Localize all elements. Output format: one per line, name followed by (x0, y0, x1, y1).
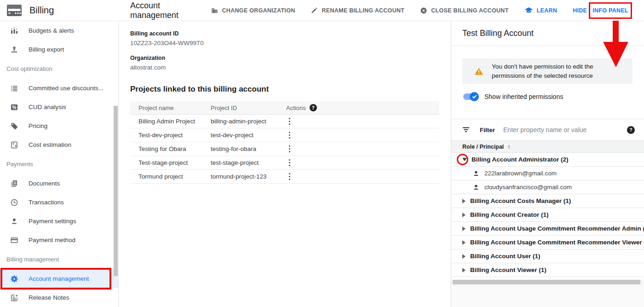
info-panel-horizontal-scrollbar[interactable] (451, 279, 644, 284)
role-row-collapsed[interactable]: Billing Account Costs Manager (1) (451, 194, 644, 208)
main-content: Billing account ID 10ZZ23-203O44-WW99T0 … (119, 21, 451, 307)
column-header-project-id: Project ID (211, 104, 282, 111)
warning-triangle-icon (474, 67, 483, 75)
project-name-cell: Testing for Obara (130, 145, 211, 152)
chevron-right-icon[interactable] (462, 199, 466, 203)
info-panel: Test Billing Account You don't have perm… (451, 21, 644, 307)
tag-icon (10, 122, 18, 130)
project-name-cell: Test-dev-project (130, 132, 211, 139)
sidebar-item-payment-settings[interactable]: Payment settings (0, 212, 118, 231)
role-principal-column-header[interactable]: Role / Principal ↑ (451, 140, 644, 153)
organization-label: Organization (130, 55, 440, 61)
chevron-down-icon[interactable] (462, 158, 467, 161)
sort-ascending-icon: ↑ (507, 143, 511, 150)
project-id-cell: testing-for-obara (211, 145, 282, 152)
list-icon (10, 84, 18, 93)
filter-input[interactable] (503, 126, 627, 133)
sidebar-section-billing-management: Billing management (0, 249, 118, 269)
sidebar-item-cud-analysis[interactable]: % CUD analysis (0, 98, 118, 116)
sidebar-scrollbar[interactable] (114, 106, 118, 276)
sidebar-item-account-management[interactable]: Account management (0, 269, 118, 288)
release-notes-icon (10, 294, 18, 302)
chevron-right-icon[interactable] (462, 254, 466, 259)
pencil-icon (310, 7, 318, 14)
row-actions-menu-button[interactable] (286, 157, 293, 168)
rename-billing-account-label: RENAME BILLING ACCOUNT (322, 7, 404, 14)
role-name: Billing Account Usage Commitment Recomme… (470, 239, 644, 246)
help-icon[interactable]: ? (310, 104, 317, 111)
role-row-collapsed[interactable]: Billing Account Viewer (1) (451, 263, 644, 277)
actions-header-label: Actions (286, 104, 306, 111)
sidebar-section-payments: Payments (0, 154, 118, 174)
billing-account-id-label: Billing account ID (130, 30, 440, 37)
learn-label: LEARN (537, 7, 558, 14)
chevron-right-icon[interactable] (462, 213, 466, 217)
billing-account-id-field: Billing account ID 10ZZ23-203O44-WW99T0 (130, 30, 440, 46)
top-bar: Billing Account management (0, 0, 644, 21)
sidebar-item-label: Cost estimation (29, 141, 71, 148)
sidebar-item-billing-export[interactable]: Billing export (0, 40, 118, 59)
person-icon (472, 170, 480, 177)
role-row-collapsed[interactable]: Billing Account Usage Commitment Recomme… (451, 236, 644, 249)
percent-icon: % (10, 103, 18, 111)
project-id-cell: test-stage-project (211, 159, 282, 166)
project-id-cell: tormund-project-123 (211, 173, 282, 180)
credit-card-icon (10, 236, 18, 244)
close-circle-icon (420, 7, 427, 14)
sidebar-item-release-notes[interactable]: Release Notes (0, 288, 118, 307)
projects-section-title: Projects linked to this billing account (130, 85, 440, 94)
filter-row: Filter ? (451, 119, 644, 140)
column-header-project-name: Project name (130, 104, 211, 111)
show-inherited-permissions-toggle[interactable] (462, 92, 479, 101)
role-row-collapsed[interactable]: Billing Account Usage Commitment Recomme… (451, 222, 644, 236)
table-row: Test-stage-project test-stage-project (130, 156, 439, 170)
role-row-collapsed[interactable]: Billing Account User (1) (451, 249, 644, 263)
chevron-right-icon[interactable] (462, 268, 466, 272)
rename-billing-account-button[interactable]: RENAME BILLING ACCOUNT (310, 7, 404, 14)
help-icon[interactable]: ? (627, 126, 635, 134)
chevron-right-icon[interactable] (462, 240, 466, 245)
hide-info-panel-label-prefix: HIDE (573, 7, 587, 14)
learn-button[interactable]: LEARN (524, 6, 558, 14)
graduation-cap-icon (524, 6, 533, 14)
annotation-red-box-info-panel: INFO PANEL (589, 2, 632, 19)
role-name: Billing Account Creator (1) (470, 211, 549, 218)
role-name: Billing Account Usage Commitment Recomme… (470, 225, 644, 232)
sidebar-section-cost-optimization: Cost optimization (0, 59, 118, 79)
sidebar-item-payment-method[interactable]: Payment method (0, 231, 118, 249)
project-name-cell: Tormund project (130, 173, 211, 180)
role-name: Billing Account Viewer (1) (470, 266, 546, 273)
sidebar-item-label: Release Notes (29, 294, 69, 301)
row-actions-menu-button[interactable] (286, 116, 293, 127)
permission-warning-banner: You don't have permission to edit the pe… (462, 58, 632, 84)
row-actions-menu-button[interactable] (286, 130, 293, 140)
row-actions-menu-button[interactable] (286, 144, 293, 154)
table-row: Test-dev-project test-dev-project (130, 128, 439, 142)
close-billing-account-label: CLOSE BILLING ACCOUNT (431, 7, 508, 14)
sidebar-item-label: Pricing (29, 122, 47, 129)
svg-text:%: % (12, 104, 17, 110)
role-name: Billing Account Administrator (2) (472, 156, 569, 163)
sidebar-item-cost-estimation[interactable]: Cost estimation (0, 135, 118, 154)
project-name-cell: Billing Admin Project (130, 118, 211, 125)
sidebar-item-documents[interactable]: Documents (0, 174, 118, 193)
table-row: Billing Admin Project billing-admin-proj… (130, 115, 439, 128)
filter-label: Filter (480, 127, 495, 133)
person-icon (10, 217, 18, 226)
sidebar-item-committed-use-discounts[interactable]: Committed use discounts... (0, 79, 118, 98)
chevron-right-icon[interactable] (462, 226, 466, 231)
change-organization-button[interactable]: CHANGE ORGANIZATION (211, 6, 295, 14)
sidebar-item-pricing[interactable]: Pricing (0, 116, 118, 135)
row-actions-menu-button[interactable] (286, 171, 293, 182)
role-name: Billing Account User (1) (470, 253, 540, 260)
role-row-collapsed[interactable]: Billing Account Creator (1) (451, 208, 644, 222)
hide-info-panel-button[interactable]: HIDE INFO PANEL (573, 2, 632, 19)
sidebar-item-label: Account management (29, 275, 89, 282)
sidebar-item-budgets-alerts[interactable]: Budgets & alerts (0, 21, 118, 40)
role-row-expanded[interactable]: Billing Account Administrator (2) (451, 153, 644, 167)
close-billing-account-button[interactable]: CLOSE BILLING ACCOUNT (420, 7, 508, 14)
sidebar-item-label: Committed use discounts... (29, 85, 104, 92)
sidebar-item-transactions[interactable]: Transactions (0, 193, 118, 212)
projects-table: Project name Project ID Actions ? Billin… (130, 101, 439, 184)
permission-warning-text: You don't have permission to edit the pe… (492, 62, 610, 81)
